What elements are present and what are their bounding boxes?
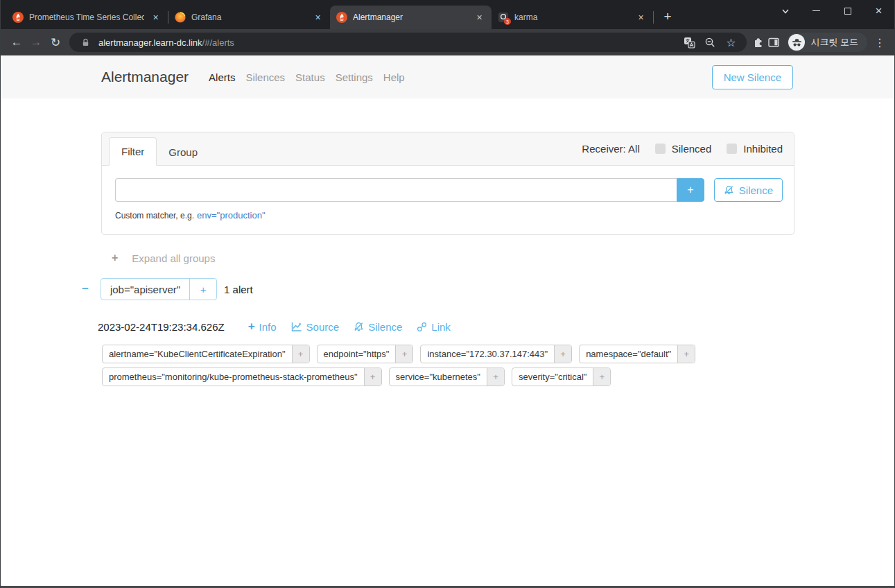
silenced-checkbox[interactable] xyxy=(655,144,666,154)
zoom-out-icon[interactable] xyxy=(702,35,718,50)
nav-help[interactable]: Help xyxy=(383,71,405,83)
tab-karma[interactable]: 3 karma × xyxy=(492,6,653,29)
label-add-button[interactable]: + xyxy=(364,368,381,386)
hint-text: Custom matcher, e.g. xyxy=(115,211,194,220)
forward-icon[interactable]: → xyxy=(26,33,46,52)
filter-options: Receiver: All Silenced Inhibited xyxy=(582,143,783,155)
tab-strip: Prometheus Time Series Collecti × Grafan… xyxy=(1,0,894,29)
url-path: /#/alerts xyxy=(202,37,234,48)
tab-close-icon[interactable]: × xyxy=(473,12,485,24)
window-chevron-down-icon[interactable] xyxy=(770,0,801,21)
collapse-group-icon[interactable]: − xyxy=(82,282,89,296)
label-add-button[interactable]: + xyxy=(292,345,309,363)
prometheus-favicon-icon xyxy=(12,12,24,23)
tab-badge: 3 xyxy=(504,18,511,25)
group-matcher-label: job="apiserver" xyxy=(101,279,190,300)
label-add-button[interactable]: + xyxy=(554,345,571,363)
window-minimize-button[interactable] xyxy=(801,0,832,21)
incognito-badge: 시크릿 모드 xyxy=(787,33,867,52)
group-matcher-add-button[interactable]: + xyxy=(190,279,216,300)
bookmark-star-icon[interactable]: ☆ xyxy=(723,35,738,50)
link-button[interactable]: Link xyxy=(417,321,451,333)
label-tag: alertname="KubeClientCertificateExpirati… xyxy=(102,345,310,363)
filter-card: Filter Group Receiver: All Silenced Inhi… xyxy=(101,132,794,235)
hint-example-link[interactable]: env="production" xyxy=(197,210,266,220)
label-text: namespace="default" xyxy=(580,345,677,363)
label-add-button[interactable]: + xyxy=(593,368,610,386)
window-maximize-button[interactable] xyxy=(832,0,863,21)
label-tag: severity="critical" + xyxy=(512,368,611,386)
expand-all-groups[interactable]: + Expand all groups xyxy=(112,252,215,264)
label-tag: instance="172.30.37.147:443" + xyxy=(420,345,572,363)
nav-silences[interactable]: Silences xyxy=(245,71,285,83)
tab-title: Alertmanager xyxy=(353,12,468,22)
browser-window: Prometheus Time Series Collecti × Grafan… xyxy=(0,0,895,588)
label-text: service="kubernetes" xyxy=(390,368,487,386)
tab-prometheus[interactable]: Prometheus Time Series Collecti × xyxy=(6,6,168,29)
inhibited-checkbox[interactable] xyxy=(727,144,737,154)
nav-status[interactable]: Status xyxy=(295,71,325,83)
source-label: Source xyxy=(306,321,340,333)
filter-card-body: + Silence Custom matcher, e.g.env="produ… xyxy=(102,166,794,234)
tab-close-icon[interactable]: × xyxy=(150,12,162,24)
label-add-button[interactable]: + xyxy=(487,368,504,386)
address-bar[interactable]: alertmanager.learn-dc.link/#/alerts ☆ xyxy=(69,33,747,52)
nav-alerts[interactable]: Alerts xyxy=(209,71,235,83)
side-panel-icon[interactable] xyxy=(766,35,781,50)
translate-icon[interactable] xyxy=(681,35,697,50)
alert-item: 2023-02-24T19:23:34.626Z + Info Source S… xyxy=(98,320,798,386)
alert-timestamp: 2023-02-24T19:23:34.626Z xyxy=(98,321,225,333)
app-brand: Alertmanager xyxy=(101,69,189,85)
label-add-button[interactable]: + xyxy=(395,345,412,363)
label-text: endpoint="https" xyxy=(318,345,396,363)
label-tag: endpoint="https" + xyxy=(317,345,414,363)
new-tab-button[interactable]: + xyxy=(658,7,677,26)
expand-all-label: Expand all groups xyxy=(132,252,215,264)
chart-line-icon xyxy=(291,321,302,332)
tab-close-icon[interactable]: × xyxy=(312,12,324,24)
back-icon[interactable]: ← xyxy=(7,33,26,52)
matcher-hint: Custom matcher, e.g.env="production" xyxy=(115,210,783,220)
tab-close-icon[interactable]: × xyxy=(635,12,647,24)
label-add-button[interactable]: + xyxy=(677,345,695,363)
link-label: Link xyxy=(431,321,451,333)
silenced-checkbox-wrap[interactable]: Silenced xyxy=(655,143,712,155)
tab-separator xyxy=(653,11,654,24)
source-button[interactable]: Source xyxy=(291,321,340,333)
extensions-puzzle-icon[interactable] xyxy=(751,35,766,50)
silence-alert-button[interactable]: Silence xyxy=(354,321,402,333)
app-header: Alertmanager Alerts Silences Status Sett… xyxy=(1,55,894,98)
tab-alertmanager[interactable]: Alertmanager × xyxy=(330,6,492,29)
prometheus-favicon-icon xyxy=(336,12,347,23)
matcher-input[interactable] xyxy=(115,178,677,202)
label-text: severity="critical" xyxy=(512,368,593,386)
window-close-button[interactable]: × xyxy=(863,0,894,21)
plus-icon: + xyxy=(248,320,255,334)
matcher-input-group: + xyxy=(115,178,704,202)
receiver-label[interactable]: Receiver: All xyxy=(582,143,639,155)
group-matcher-tag: job="apiserver" + xyxy=(101,278,217,300)
label-text: prometheus="monitoring/kube-prometheus-s… xyxy=(103,368,364,386)
info-button[interactable]: + Info xyxy=(248,320,277,334)
label-tag: prometheus="monitoring/kube-prometheus-s… xyxy=(102,368,382,386)
tab-filter[interactable]: Filter xyxy=(109,137,157,166)
silence-button[interactable]: Silence xyxy=(714,178,783,202)
url-text: alertmanager.learn-dc.link/#/alerts xyxy=(98,37,676,48)
nav-settings[interactable]: Settings xyxy=(336,71,373,83)
add-matcher-button[interactable]: + xyxy=(677,178,704,202)
link-icon xyxy=(417,322,427,332)
reload-icon[interactable]: ↻ xyxy=(46,33,65,52)
label-tag: service="kubernetes" + xyxy=(389,368,505,386)
browser-menu-icon[interactable]: ⋮ xyxy=(871,34,888,51)
app-nav: Alerts Silences Status Settings Help xyxy=(209,71,405,83)
tab-title: Grafana xyxy=(191,12,306,22)
incognito-icon xyxy=(788,34,805,51)
tab-group[interactable]: Group xyxy=(157,139,209,166)
new-silence-button[interactable]: New Silence xyxy=(712,65,793,89)
window-controls: × xyxy=(770,0,894,21)
inhibited-label: Inhibited xyxy=(743,143,783,155)
inhibited-checkbox-wrap[interactable]: Inhibited xyxy=(727,143,783,155)
tab-title: karma xyxy=(514,12,629,22)
incognito-label: 시크릿 모드 xyxy=(810,36,858,49)
tab-grafana[interactable]: Grafana × xyxy=(168,6,330,29)
